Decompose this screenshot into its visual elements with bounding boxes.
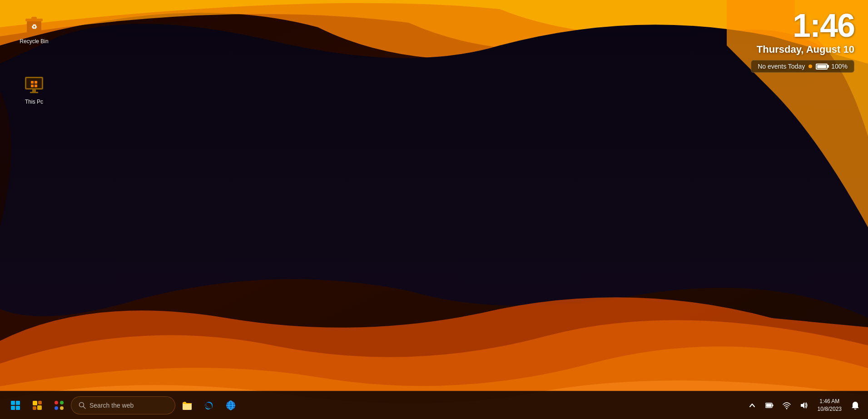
svg-rect-33 <box>772 404 773 406</box>
svg-rect-10 <box>35 81 37 84</box>
svg-rect-20 <box>37 405 42 410</box>
widgets-button[interactable] <box>27 395 47 415</box>
svg-rect-11 <box>31 85 34 87</box>
svg-rect-12 <box>35 85 37 87</box>
svg-rect-8 <box>30 92 38 93</box>
clock-time: 1:46 <box>751 9 854 42</box>
battery-icon <box>816 64 828 70</box>
svg-rect-16 <box>16 406 20 410</box>
tray-battery-icon[interactable] <box>762 398 777 413</box>
taskbar: Search the web <box>0 391 868 419</box>
svg-rect-13 <box>11 401 15 405</box>
clock-widget: 1:46 Thursday, August 10 No events Today… <box>751 9 854 73</box>
search-icon <box>79 402 86 409</box>
svg-point-21 <box>55 401 58 404</box>
svg-text:♻: ♻ <box>31 23 37 30</box>
this-pc-label: This Pc <box>25 99 43 106</box>
svg-point-24 <box>60 406 64 410</box>
this-pc-icon[interactable]: This Pc <box>14 70 55 109</box>
tray-time: 1:46 AM <box>819 398 839 405</box>
svg-rect-9 <box>31 81 34 84</box>
search-text: Search the web <box>89 402 134 409</box>
stardock-button[interactable] <box>49 395 69 415</box>
svg-rect-19 <box>33 406 36 410</box>
browser2-button[interactable] <box>221 395 241 415</box>
search-bar[interactable]: Search the web <box>71 396 175 414</box>
badge-dot <box>808 65 812 68</box>
edge-button[interactable] <box>199 395 219 415</box>
tray-wifi-icon[interactable] <box>779 398 794 413</box>
tray-clock[interactable]: 1:46 AM 10/8/2023 <box>814 396 845 415</box>
svg-point-23 <box>55 406 58 410</box>
recycle-bin-image: ♻ <box>22 13 46 36</box>
tray-chevron-button[interactable] <box>745 398 759 413</box>
battery-body <box>816 64 828 70</box>
clock-date: Thursday, August 10 <box>751 44 854 55</box>
events-badge[interactable]: No events Today 100% <box>751 60 854 73</box>
svg-rect-3 <box>31 17 37 19</box>
this-pc-image <box>22 73 46 97</box>
battery-percent: 100% <box>831 63 848 70</box>
svg-rect-6 <box>26 78 42 88</box>
system-tray: 1:46 AM 10/8/2023 <box>745 396 863 415</box>
svg-line-26 <box>84 406 86 409</box>
svg-rect-14 <box>16 401 20 405</box>
svg-rect-15 <box>11 406 15 410</box>
notification-button[interactable] <box>848 398 863 413</box>
svg-rect-17 <box>33 401 37 405</box>
recycle-bin-icon[interactable]: ♻ Recycle Bin <box>14 10 55 48</box>
start-button[interactable] <box>5 395 25 415</box>
svg-rect-18 <box>38 401 42 404</box>
battery-fill <box>817 65 826 68</box>
tray-volume-icon[interactable] <box>797 398 811 413</box>
file-explorer-button[interactable] <box>177 395 197 415</box>
badge-events-text: No events Today <box>758 63 805 70</box>
svg-point-22 <box>60 401 64 404</box>
svg-point-35 <box>786 408 787 409</box>
tray-date: 10/8/2023 <box>818 405 842 413</box>
recycle-bin-label: Recycle Bin <box>20 38 48 45</box>
svg-rect-34 <box>766 404 771 407</box>
desktop: ♻ Recycle Bin This Pc <box>0 0 868 392</box>
